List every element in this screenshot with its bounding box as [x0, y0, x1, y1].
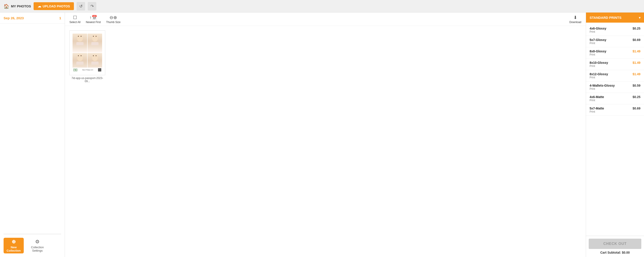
- print-name: 8x10-Glossy: [590, 61, 608, 64]
- share-icon: ↷: [90, 4, 94, 9]
- checkout-label: CHECK OUT: [603, 242, 626, 246]
- standard-prints-label: STANDARD PRINTS: [590, 16, 622, 20]
- baby-head-1: [77, 34, 83, 42]
- collection-settings-label: Collection Settings: [27, 246, 48, 252]
- baby-body-4: [91, 62, 98, 65]
- download-icon: ⬇: [574, 15, 577, 20]
- print-type: Print: [590, 53, 606, 56]
- print-price: $0.69: [632, 38, 640, 42]
- print-price: $0.25: [632, 95, 640, 99]
- gear-icon: ⚙: [35, 239, 40, 245]
- select-all-label: Select All: [70, 20, 80, 24]
- select-all-button[interactable]: ☐ Select All: [70, 15, 80, 24]
- print-item[interactable]: 5x7-Matte Print $0.69: [586, 104, 644, 116]
- baby-head-3: [77, 54, 83, 61]
- baby-face-1: [72, 34, 87, 52]
- refresh-icon: ↺: [79, 4, 83, 9]
- print-info: 8x12-Glossy Print: [590, 72, 608, 79]
- download-label: Download: [570, 20, 581, 24]
- passport-logo: 7ID: [74, 69, 77, 71]
- right-panel: STANDARD PRINTS ▾ 4x6-Glossy Print $0.25…: [586, 12, 644, 257]
- newest-first-button[interactable]: ↑📅 Newest First: [86, 15, 101, 24]
- new-collection-button[interactable]: ⊕ New Collection: [4, 238, 24, 254]
- print-type: Print: [590, 99, 604, 102]
- photo-grid: 7ID https://7idapp.com 7id-app-us-passpo…: [65, 26, 586, 257]
- passport-cell-1: [72, 34, 87, 52]
- print-info: 8x10-Glossy Print: [590, 61, 608, 68]
- date-row: Sep 26, 2023 1: [0, 12, 65, 24]
- print-price: $1.49: [632, 50, 640, 53]
- photo-thumbnail: 7ID https://7idapp.com: [70, 30, 105, 75]
- photo-filename: 7id-app-us-passport-2023-09...: [70, 76, 105, 83]
- refresh-button[interactable]: ↺: [76, 2, 85, 10]
- passport-photo-grid: 7ID https://7idapp.com: [72, 33, 103, 73]
- print-item[interactable]: 8x12-Glossy Print $1.49: [586, 70, 644, 82]
- date-count: 1: [59, 16, 61, 20]
- print-name: 5x7-Matte: [590, 106, 604, 110]
- thumb-size-button[interactable]: ⊖⊕ Thumb Size: [106, 15, 120, 24]
- thumb-size-label: Thumb Size: [106, 20, 120, 24]
- cloud-upload-icon: ☁: [38, 4, 41, 8]
- passport-url: https://7idapp.com: [82, 69, 93, 70]
- print-item[interactable]: 4x6-Matte Print $0.25: [586, 93, 644, 104]
- main-layout: Sep 26, 2023 1 ⊕ New Collection ⚙ Collec…: [0, 12, 644, 257]
- print-item[interactable]: 4x6-Glossy Print $0.25: [586, 24, 644, 36]
- cart-subtotal: Cart Subtotal: $0.00: [589, 251, 641, 254]
- print-name: 5x7-Glossy: [590, 38, 606, 42]
- sidebar-actions: ⊕ New Collection ⚙ Collection Settings: [0, 234, 65, 257]
- upload-photos-button[interactable]: ☁ UPLOAD PHOTOS: [34, 2, 74, 10]
- print-price: $1.49: [632, 72, 640, 76]
- baby-body-1: [76, 42, 84, 45]
- toolbar: ☐ Select All ↑📅 Newest First ⊖⊕ Thumb Si…: [65, 12, 586, 26]
- print-price: $1.49: [632, 61, 640, 64]
- new-collection-label: New Collection: [4, 246, 24, 252]
- print-item[interactable]: 5x7-Glossy Print $0.69: [586, 36, 644, 47]
- passport-cell-2: [88, 34, 102, 52]
- print-info: 4-Wallets-Glossy Print: [590, 84, 615, 90]
- print-info: 5x7-Matte Print: [590, 106, 604, 113]
- sort-icon: ↑📅: [89, 15, 97, 20]
- print-price: $0.25: [632, 27, 640, 30]
- content-area: ☐ Select All ↑📅 Newest First ⊖⊕ Thumb Si…: [65, 12, 586, 257]
- print-name: 4x6-Matte: [590, 95, 604, 99]
- my-photos-label: MY PHOTOS: [11, 4, 31, 8]
- print-name: 8x8-Glossy: [590, 50, 606, 53]
- prints-list: 4x6-Glossy Print $0.25 5x7-Glossy Print …: [586, 22, 644, 236]
- print-type: Print: [590, 64, 608, 68]
- collection-settings-button[interactable]: ⚙ Collection Settings: [27, 239, 48, 252]
- left-sidebar: Sep 26, 2023 1 ⊕ New Collection ⚙ Collec…: [0, 12, 65, 257]
- print-name: 8x12-Glossy: [590, 72, 608, 76]
- newest-first-label: Newest First: [86, 20, 101, 24]
- baby-body-2: [91, 42, 98, 45]
- print-type: Print: [590, 87, 615, 90]
- chevron-down-icon: ▾: [639, 16, 640, 20]
- download-button[interactable]: ⬇ Download: [570, 15, 581, 24]
- plus-circle-icon: ⊕: [12, 239, 16, 245]
- print-type: Print: [590, 76, 608, 79]
- print-item[interactable]: 8x10-Glossy Print $1.49: [586, 59, 644, 70]
- date-label: Sep 26, 2023: [4, 16, 24, 20]
- baby-face-2: [88, 34, 102, 52]
- top-bar: 🏠 MY PHOTOS ☁ UPLOAD PHOTOS ↺ ↷: [0, 0, 644, 12]
- photos-icon: 🏠: [4, 4, 9, 9]
- print-item[interactable]: 8x8-Glossy Print $1.49: [586, 47, 644, 59]
- print-type: Print: [590, 30, 606, 33]
- print-info: 5x7-Glossy Print: [590, 38, 606, 45]
- my-photos-area: 🏠 MY PHOTOS: [4, 4, 31, 9]
- checkbox-icon: ☐: [73, 15, 77, 20]
- print-item[interactable]: 4-Wallets-Glossy Print $0.59: [586, 82, 644, 93]
- standard-prints-button[interactable]: STANDARD PRINTS ▾: [586, 12, 644, 22]
- qr-code: [98, 68, 101, 72]
- print-price: $0.59: [632, 84, 640, 87]
- upload-btn-label: UPLOAD PHOTOS: [42, 4, 70, 8]
- photo-item[interactable]: 7ID https://7idapp.com 7id-app-us-passpo…: [70, 30, 105, 83]
- print-price: $0.69: [632, 106, 640, 110]
- checkout-area: CHECK OUT Cart Subtotal: $0.00: [586, 236, 644, 257]
- print-type: Print: [590, 110, 604, 113]
- baby-body-3: [76, 62, 84, 65]
- share-button[interactable]: ↷: [88, 2, 96, 10]
- baby-head-2: [92, 34, 98, 42]
- thumb-size-icon: ⊖⊕: [110, 15, 117, 20]
- print-type: Print: [590, 42, 606, 45]
- checkout-button[interactable]: CHECK OUT: [589, 239, 641, 249]
